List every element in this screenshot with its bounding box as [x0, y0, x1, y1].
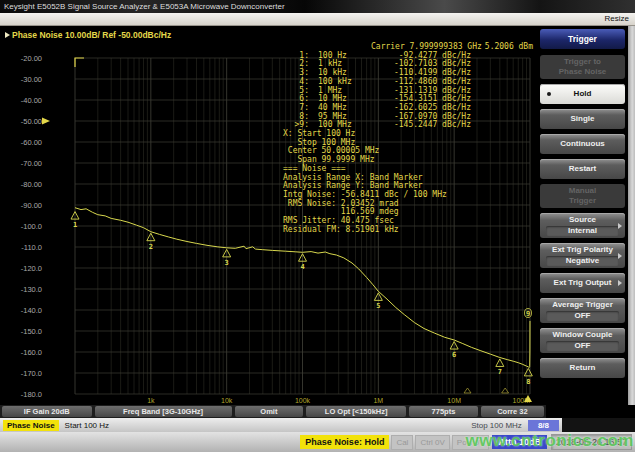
svg-text:1M: 1M — [373, 397, 383, 404]
setting-chip[interactable]: Corre 32 — [481, 406, 544, 417]
statusbar-filler — [562, 418, 635, 432]
svg-text:-70.00: -70.00 — [21, 159, 42, 168]
trace-indicator-icon — [5, 32, 10, 38]
softkey-label: Restart — [569, 164, 597, 173]
softkey-label: Ext Trig Output — [554, 278, 612, 287]
softkey-single[interactable]: Single — [540, 109, 625, 129]
svg-text:-170.0: -170.0 — [21, 369, 42, 378]
trace-status-bar: Phase Noise Start 100 Hz Stop 100 MHz 8/… — [0, 418, 562, 432]
svg-text:4: 4 — [300, 263, 304, 271]
svg-text:8: 8 — [526, 378, 530, 386]
softkey-value: Internal — [546, 226, 619, 236]
softkey-continuous[interactable]: Continuous — [540, 134, 625, 154]
svg-text:-90.00: -90.00 — [21, 201, 42, 210]
softkey-label: Source — [542, 215, 623, 225]
softkey-menu: Trigger Trigger to Phase Noise Hold Sing… — [537, 26, 628, 405]
trace-scale-label: Phase Noise 10.00dB/ Ref -50.00dBc/Hz — [12, 30, 171, 40]
setting-chip[interactable]: Freq Band [3G-10GHz] — [95, 406, 232, 417]
softkey-average-trigger[interactable]: Average Trigger OFF — [540, 298, 625, 323]
trace-count-badge: 8/8 — [528, 420, 559, 431]
svg-text:2: 2 — [149, 243, 153, 251]
softkey-hold[interactable]: Hold — [540, 84, 625, 104]
svg-text:10M: 10M — [447, 397, 461, 404]
titlebar[interactable]: Keysight E5052B Signal Source Analyzer &… — [0, 0, 635, 13]
svg-text:-140.0: -140.0 — [21, 306, 42, 315]
svg-text:-160.0: -160.0 — [21, 348, 42, 357]
svg-text:1: 1 — [73, 221, 77, 229]
datetime-display: 2018-06-26 16:57 — [551, 434, 632, 450]
softkey-label: Ext Trig Polarity — [542, 245, 623, 255]
svg-text:-20.00: -20.00 — [21, 54, 42, 63]
softkey-menu-title: Trigger — [540, 29, 625, 49]
readout-line: Residual FM: 8.51901 kHz — [283, 226, 533, 235]
softkey-source[interactable]: Source Internal — [540, 213, 625, 238]
softkey-value: Negative — [546, 256, 619, 266]
active-trace-chip[interactable]: Phase Noise — [3, 420, 59, 431]
softkey-label: Single — [570, 114, 594, 123]
svg-text:-60.00: -60.00 — [21, 138, 42, 147]
stop-frequency-label: Stop 100 MHz — [471, 421, 522, 430]
svg-text:-50.00: -50.00 — [21, 117, 42, 126]
softkey-label: Window Couple — [542, 330, 623, 340]
svg-text:7: 7 — [498, 368, 502, 376]
app-window: Keysight E5052B Signal Source Analyzer &… — [0, 0, 635, 452]
setting-chip[interactable]: 775pts — [409, 406, 478, 417]
softkey-label: Hold — [574, 89, 592, 98]
svg-text:9: 9 — [526, 310, 530, 318]
svg-text:-130.0: -130.0 — [21, 285, 42, 294]
softkey-label: Manual — [542, 186, 623, 196]
svg-text:-110.0: -110.0 — [21, 243, 42, 252]
softkey-value: OFF — [546, 311, 619, 321]
svg-text:-180.0: -180.0 — [21, 390, 42, 399]
window-edge — [628, 26, 635, 405]
softkey-restart[interactable]: Restart — [540, 159, 625, 179]
softkey-label: Trigger to — [542, 57, 623, 67]
selected-bullet-icon — [547, 92, 551, 96]
softkey-label: Continuous — [560, 139, 604, 148]
svg-text:10k: 10k — [221, 397, 233, 404]
svg-text:-100.0: -100.0 — [21, 222, 42, 231]
pow-indicator: Pow 0V — [452, 435, 490, 450]
softkey-ext-trig-output[interactable]: Ext Trig Output — [540, 273, 625, 293]
setting-chip[interactable]: LO Opt [<150kHz] — [306, 406, 406, 417]
menubar: Resize — [0, 13, 635, 26]
analysis-readout: X: Start 100 Hz Stop 100 MHz Center 50.0… — [283, 130, 533, 234]
softkey-return[interactable]: Return — [540, 358, 625, 378]
svg-text:5: 5 — [376, 302, 380, 310]
softkey-label: Phase Noise — [542, 67, 623, 77]
softkey-label: Return — [570, 363, 596, 372]
marker-list: 1: 100 Hz -92.4277 dBc/Hz 2: 1 kHz -102.… — [283, 52, 533, 130]
measurement-settings-bar: IF Gain 20dB Freq Band [3G-10GHz] Omit L… — [0, 405, 635, 418]
attenuator-chip: Attn 10dB — [492, 435, 547, 449]
svg-text:-80.00: -80.00 — [21, 180, 42, 189]
svg-text:-30.00: -30.00 — [21, 75, 42, 84]
main-area: Phase Noise 10.00dB/ Ref -50.00dBc/Hz -2… — [0, 26, 635, 405]
softkey-value: OFF — [546, 341, 619, 351]
trace-header[interactable]: Phase Noise 10.00dB/ Ref -50.00dBc/Hz — [5, 30, 171, 40]
carrier-power: 5.2006 dBm — [485, 43, 533, 52]
marker-value: -145.2447 dBc/Hz — [376, 121, 471, 130]
ctrl-indicator: Ctrl 0V — [415, 435, 449, 450]
svg-text:1k: 1k — [147, 397, 155, 404]
instrument-status-bar: Phase Noise: Hold Cal Ctrl 0V Pow 0V Att… — [0, 432, 635, 452]
softkey-label: Average Trigger — [542, 300, 623, 310]
marker-readout: Carrier 7.999999383 GHz 5.2006 dBm 1: 10… — [283, 43, 533, 234]
svg-text:-150.0: -150.0 — [21, 327, 42, 336]
softkey-ext-trig-polarity[interactable]: Ext Trig Polarity Negative — [540, 243, 625, 268]
setting-chip[interactable]: IF Gain 20dB — [2, 406, 92, 417]
window-title: Keysight E5052B Signal Source Analyzer &… — [4, 2, 285, 11]
svg-text:100k: 100k — [295, 397, 311, 404]
svg-text:3: 3 — [225, 259, 229, 267]
softkey-trigger-to-phase-noise: Trigger to Phase Noise — [540, 55, 625, 79]
softkey-window-couple[interactable]: Window Couple OFF — [540, 328, 625, 353]
softkey-manual-trigger: Manual Trigger — [540, 184, 625, 208]
softkey-label: Trigger — [542, 196, 623, 206]
svg-text:-40.00: -40.00 — [21, 96, 42, 105]
start-frequency-label: Start 100 Hz — [65, 421, 109, 430]
submenu-arrow-icon — [618, 280, 622, 286]
cal-indicator: Cal — [391, 435, 413, 450]
settings-items: IF Gain 20dB Freq Band [3G-10GHz] Omit L… — [0, 405, 546, 418]
resize-menu-item[interactable]: Resize — [605, 13, 629, 25]
setting-chip[interactable]: Omit — [235, 406, 304, 417]
plot-area: Phase Noise 10.00dB/ Ref -50.00dBc/Hz -2… — [0, 26, 537, 405]
